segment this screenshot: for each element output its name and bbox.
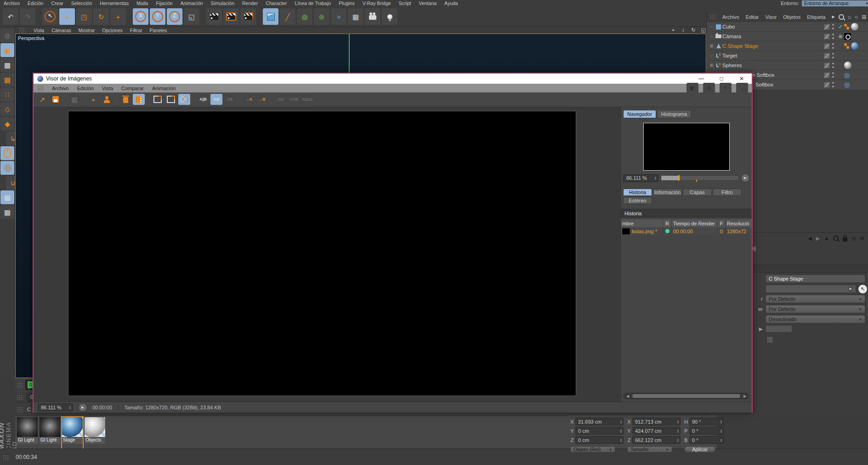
attribute-dropdown[interactable]: Por Defecto▼ (766, 295, 865, 303)
layer-color-icon[interactable] (824, 44, 829, 49)
save-image-icon[interactable] (50, 94, 62, 105)
rotate-tool-icon[interactable]: ↻ (93, 8, 109, 25)
object-link-field[interactable]: ▶ (766, 285, 856, 293)
menu-item-6[interactable]: Fijación (156, 0, 172, 6)
material-1[interactable]: GI Light (40, 417, 60, 450)
checkbox[interactable] (766, 336, 773, 343)
dock-down-icon[interactable]: ↓ (736, 83, 748, 94)
add-camera-icon[interactable] (365, 8, 380, 25)
history-back-icon[interactable]: ◀ (808, 235, 811, 241)
compare-equal-icon[interactable]: A=B (288, 94, 300, 105)
coord-field[interactable]: 0 cm▲▼ (575, 436, 624, 444)
viewport-menu-item-4[interactable]: Filtrar (130, 28, 142, 33)
spinner-icon[interactable]: ▲▼ (620, 429, 622, 433)
view-pan-icon[interactable]: + (669, 27, 677, 33)
workplane-lock-icon[interactable]: ▦ (0, 190, 14, 204)
expand-icon[interactable]: ⊞ (709, 63, 715, 68)
pv-menu-item-1[interactable]: Edición (77, 86, 94, 91)
layer-color-icon[interactable] (824, 82, 829, 87)
object-name[interactable]: C Shape Stage (722, 43, 824, 49)
object-row[interactable]: ⊞C Shape Stage (707, 41, 868, 51)
object-row[interactable]: ⊞L0Spheres (707, 61, 868, 70)
attribute-dropdown[interactable]: Desactivado▼ (766, 315, 865, 323)
spinner-icon[interactable]: ▲▼ (620, 420, 622, 424)
view-rotate-icon[interactable]: ↻ (690, 27, 697, 33)
layer-color-icon[interactable] (824, 34, 829, 39)
spinner-down-icon[interactable]: ▼ (654, 178, 657, 180)
render-settings-icon[interactable] (240, 8, 256, 25)
zoom-field[interactable]: 86.111 % ▲ ▼ (623, 174, 658, 182)
menu-item-14[interactable]: Script (399, 0, 411, 6)
coord-field[interactable]: 0 °▲▼ (689, 427, 724, 435)
texture-tags-icon[interactable] (844, 43, 851, 49)
set-image-b-icon[interactable]: →B (256, 94, 268, 105)
apply-button[interactable]: Aplicar (684, 446, 715, 453)
pv-menu-item-3[interactable]: Comparar (121, 86, 144, 91)
menu-item-11[interactable]: Línea de Trabajo (295, 0, 331, 6)
menu-item-12[interactable]: Plugins (339, 0, 354, 6)
coord-dropdown[interactable]: Objeto (Rel)▼ (570, 446, 615, 453)
edges-mode-icon[interactable]: ◇ (0, 102, 14, 116)
workplane-rotate-icon[interactable]: ▦ (0, 205, 14, 219)
spinner-down-icon[interactable]: ▼ (720, 431, 722, 433)
coord-field[interactable]: 0 cm▲▼ (575, 427, 624, 435)
scale-tool-icon[interactable]: ◳ (76, 8, 92, 25)
add-view-icon[interactable]: ⊞ (862, 14, 866, 20)
history-row[interactable]: bolas.png *00:00:0001280x72 (621, 227, 752, 235)
tab-capas[interactable]: Capas (683, 189, 712, 196)
add-cube-icon[interactable] (263, 8, 278, 25)
zoom-slider[interactable] (661, 175, 739, 181)
column-header[interactable]: Resolució (726, 219, 752, 227)
attribute-dropdown[interactable]: Por Defecto▼ (766, 305, 865, 313)
camera-tag-icon[interactable] (844, 33, 851, 40)
target-tag-icon[interactable]: ◎ (844, 72, 850, 78)
material-0[interactable]: GI Light (17, 417, 38, 450)
column-header[interactable]: mbre (621, 219, 663, 227)
menu-item-5[interactable]: Malla (136, 0, 148, 6)
coord-field[interactable]: 912.713 cm▲▼ (632, 418, 681, 425)
column-header[interactable]: Tiempo de Render (672, 219, 718, 227)
texture-mode-icon[interactable]: ▩ (0, 58, 14, 72)
layer-color-icon[interactable] (824, 24, 829, 29)
object-name[interactable]: Cubo (722, 24, 824, 29)
tab-filtro[interactable]: Filtro (713, 189, 742, 196)
menu-item-7[interactable]: Animación (181, 0, 203, 6)
menu-item-13[interactable]: V-Ray Bridge (363, 0, 391, 6)
tab-histograma[interactable]: Histograma (657, 110, 691, 118)
pick-object-button[interactable]: ↖ (858, 285, 867, 293)
om-menu-item-1[interactable]: Editar (746, 14, 759, 20)
view-zoom-icon[interactable]: ↕ (680, 27, 687, 33)
material-3[interactable]: Objects (85, 417, 105, 450)
om-menu-item-0[interactable]: Archivo (722, 14, 739, 20)
lock-icon[interactable] (843, 238, 847, 241)
redo-icon[interactable]: ↷ (20, 8, 35, 25)
tab-navegador[interactable]: Navegador (623, 110, 656, 118)
viewport-menu-item-0[interactable]: Vista (34, 28, 44, 33)
show-image-a-icon[interactable] (152, 94, 164, 105)
workplane-mode-icon[interactable]: ▦ (0, 73, 14, 86)
material-menu-partial[interactable]: C (27, 407, 31, 412)
search-icon[interactable] (833, 235, 839, 241)
object-row[interactable]: –Cámara⊕ (707, 32, 868, 41)
viewport-menu-item-2[interactable]: Mostrar (79, 28, 95, 33)
model-mode-icon[interactable]: ▣ (0, 43, 14, 57)
scroll-right-icon[interactable]: ▶ (741, 394, 749, 398)
spinner-icon[interactable]: ▲▼ (620, 438, 622, 442)
visibility-dots-icon[interactable] (832, 43, 834, 49)
compare-ab-alt-icon[interactable]: AB (224, 94, 236, 105)
mini-field[interactable] (766, 325, 792, 333)
open-image-icon[interactable]: ↗ (36, 94, 48, 105)
spinner-down-icon[interactable]: ▼ (620, 422, 622, 424)
menu-overflow-arrow-icon[interactable]: ▶ (832, 15, 835, 19)
render-view-icon[interactable] (206, 8, 222, 25)
menu-item-0[interactable]: Archivo (4, 0, 20, 6)
target-tag-icon[interactable]: ◎ (844, 81, 850, 88)
new-panel-icon[interactable]: ⊞ (860, 235, 864, 241)
polygons-mode-icon[interactable]: ◆ (0, 117, 14, 131)
coord-field[interactable]: 424.077 cm▲▼ (632, 427, 681, 435)
om-menu-item-3[interactable]: Objetos (783, 14, 800, 20)
spinner-icon[interactable]: ▲▼ (720, 438, 722, 442)
spinner-down-icon[interactable]: ▼ (677, 422, 679, 424)
object-row[interactable]: –L0Target (707, 51, 868, 61)
coord-field[interactable]: 31.693 cm▲▼ (575, 418, 624, 425)
